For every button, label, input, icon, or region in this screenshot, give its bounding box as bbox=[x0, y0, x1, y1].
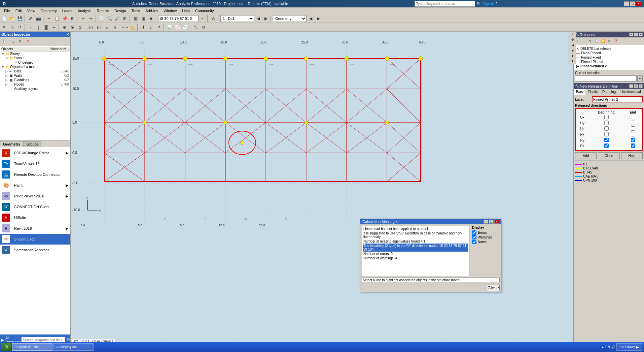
rt-btn1[interactable]: ↖ bbox=[569, 32, 576, 37]
tb2-result3[interactable]: 📉 bbox=[181, 24, 189, 31]
tab-damping[interactable]: Damping bbox=[600, 89, 618, 95]
tb-render2[interactable]: ▣ bbox=[140, 15, 147, 22]
menu-analysis[interactable]: Analysis bbox=[75, 8, 94, 13]
start-button[interactable]: ⊞ bbox=[1, 343, 11, 351]
tb-case-prev[interactable]: ◀ bbox=[254, 15, 262, 22]
help-icon[interactable]: ? bbox=[495, 2, 497, 6]
rt-btn5[interactable]: ⬆ bbox=[569, 53, 576, 59]
releases-close[interactable]: ✕ bbox=[639, 33, 643, 36]
tb2-bar[interactable]: | bbox=[35, 24, 42, 31]
release-item-delete[interactable]: ✕ DELETE bar release bbox=[575, 46, 643, 51]
uz-end-check[interactable] bbox=[631, 126, 635, 131]
tb2-dim[interactable]: ⟺ bbox=[121, 24, 129, 31]
tb-render3[interactable]: ■ bbox=[147, 15, 155, 22]
nr-maximize[interactable]: □ bbox=[634, 84, 638, 88]
tb-delete[interactable]: 🗑 bbox=[69, 15, 76, 22]
case-dropdown[interactable]: 1 : DL1 bbox=[220, 15, 254, 22]
tb-screenshot[interactable]: 📷 bbox=[35, 15, 42, 22]
number-field[interactable] bbox=[158, 15, 199, 22]
tree-item-storey[interactable]: ▼ 📁 Storey bbox=[1, 52, 70, 56]
help-button[interactable]: Help bbox=[621, 152, 643, 159]
tb2-move[interactable]: ✢ bbox=[8, 24, 16, 31]
tb-new[interactable]: 📄 bbox=[1, 15, 8, 22]
tb2-view1[interactable]: ◰ bbox=[87, 24, 95, 31]
release-item-pinned-pinned[interactable]: — Pinned-Pinned bbox=[575, 60, 643, 64]
rel-btn3[interactable]: ✎ bbox=[587, 38, 593, 44]
tb2-load3[interactable]: ↗ bbox=[155, 24, 163, 31]
menu-design[interactable]: Design bbox=[112, 8, 129, 13]
menu-window[interactable]: Window bbox=[161, 8, 179, 13]
tb-open[interactable]: 📂 bbox=[8, 15, 16, 22]
oi-btn2[interactable]: 🔍 bbox=[8, 38, 16, 45]
rx-end-check[interactable] bbox=[631, 132, 635, 136]
menu-view[interactable]: View bbox=[25, 8, 38, 13]
close-button[interactable]: Close bbox=[598, 152, 619, 159]
rt-btn6[interactable]: ⬇ bbox=[569, 59, 576, 64]
minimize-button[interactable]: ─ bbox=[624, 1, 629, 6]
release-item-fixed-pinned[interactable]: — Fixed-Pinned bbox=[575, 51, 643, 55]
tb-copy[interactable]: 📋 bbox=[53, 15, 61, 22]
close-button[interactable]: ✕ bbox=[636, 1, 641, 6]
prog-item-pdf[interactable]: X PDF-XChange Editor ▶ bbox=[0, 148, 70, 158]
tb-cut[interactable]: ✂ bbox=[45, 15, 53, 22]
prog-item-revitviewer[interactable]: RV Revit Viewer 2016 ▶ bbox=[0, 191, 70, 201]
tb-apply[interactable]: ✓ bbox=[199, 15, 206, 22]
tab-unidirectional[interactable]: Unidirectional bbox=[618, 89, 643, 95]
tb-zoom-out[interactable]: 🔎 bbox=[113, 15, 121, 22]
tb-geo-prev[interactable]: ◀ bbox=[307, 15, 314, 22]
tree-item-objects-model[interactable]: ▼ 📁 Objects of a model bbox=[1, 65, 70, 69]
prog-item-hisuite[interactable]: H HiSuite bbox=[0, 212, 70, 223]
menu-edit[interactable]: Edit bbox=[13, 8, 25, 13]
current-selection-dropdown[interactable]: ▼ bbox=[637, 75, 643, 82]
oi-btn4[interactable]: ❓ bbox=[24, 38, 31, 45]
uz-begin-check[interactable] bbox=[604, 126, 609, 131]
prog-item-screencast[interactable]: SC Screencast Recorder bbox=[0, 245, 70, 255]
tb2-load2[interactable]: ↙ bbox=[147, 24, 155, 31]
ux-end-check[interactable] bbox=[631, 115, 635, 119]
calc-msg-4[interactable]: The instability (2 type) in the RY direc… bbox=[363, 244, 468, 252]
calc-close-button[interactable]: ✕ bbox=[494, 220, 499, 224]
tree-item-walls[interactable]: ▷ ▦ Walls 0/2 bbox=[5, 73, 70, 78]
tb2-select[interactable]: ↖ bbox=[1, 24, 8, 31]
calc-msg-6[interactable]: Number of warnings: 4 bbox=[363, 256, 468, 260]
tree-item-bars[interactable]: ▷ ━ Bars 0/245 bbox=[5, 69, 70, 73]
tb-redo[interactable]: ↪ bbox=[87, 15, 95, 22]
prog-item-rdc[interactable]: 💻 Remote Desktop Connection bbox=[0, 169, 70, 180]
canvas-area[interactable]: 0.0 5.0 10.0 15.0 20.0 25.0 30.0 35.0 40… bbox=[71, 32, 573, 345]
tb-undo[interactable]: ↩ bbox=[79, 15, 87, 22]
tb2-snap2[interactable]: ⊗ bbox=[69, 24, 76, 31]
tb2-col[interactable]: ▓ bbox=[42, 24, 50, 31]
tb2-result2[interactable]: 📈 bbox=[174, 24, 181, 31]
tb2-rotate[interactable]: ↺ bbox=[16, 24, 24, 31]
calc-close-button-btn[interactable]: Close bbox=[487, 285, 500, 291]
menu-help[interactable]: Help bbox=[179, 8, 192, 13]
rel-btn2[interactable]: − bbox=[581, 38, 587, 44]
rt-btn4[interactable]: ▶ bbox=[569, 48, 576, 53]
tb2-measure[interactable]: 📐 bbox=[129, 24, 136, 31]
menu-loads[interactable]: Loads bbox=[60, 8, 75, 13]
menu-results[interactable]: Results bbox=[94, 8, 112, 13]
tb-print[interactable]: 🖨 bbox=[27, 15, 34, 22]
tb2-snap3[interactable]: ⊙ bbox=[76, 24, 84, 31]
prog-item-snipping[interactable]: ✂ Snipping Tool bbox=[0, 234, 70, 245]
tree-item-nodes[interactable]: ▷ · Nodes 8/788 bbox=[5, 82, 70, 87]
rel-btn5[interactable]: 🔀 bbox=[600, 38, 606, 44]
calc-msg-1[interactable]: Linear load has not been applied to a pa… bbox=[363, 227, 468, 231]
search-input[interactable] bbox=[415, 1, 475, 7]
tb-render1[interactable]: ▦ bbox=[132, 15, 139, 22]
rel-btn6[interactable]: ⚙ bbox=[606, 38, 612, 44]
label-input[interactable] bbox=[592, 96, 643, 102]
warnings-checkbox[interactable] bbox=[472, 235, 476, 239]
tree-item-story1[interactable]: ▼ 📁 Story 1 bbox=[5, 56, 70, 60]
object-inspector-close[interactable]: ✕ bbox=[66, 33, 69, 36]
releases-maximize[interactable]: □ bbox=[634, 33, 638, 36]
tree-item-undefined[interactable]: 📄 Undefined bbox=[9, 60, 70, 65]
tb-case-next[interactable]: ▶ bbox=[262, 15, 270, 22]
calc-msg-2[interactable]: It is suggested to use 'DSC algorithm' i… bbox=[363, 231, 468, 239]
notes-checkbox[interactable] bbox=[472, 240, 476, 244]
errors-checkbox[interactable] bbox=[472, 230, 476, 235]
menu-community[interactable]: Community bbox=[192, 8, 217, 13]
uy-begin-check[interactable] bbox=[604, 121, 609, 125]
rx-begin-check[interactable] bbox=[604, 132, 609, 136]
release-item-pinned-pinned2[interactable]: ▶ Pinned-Pinned 2 bbox=[575, 64, 643, 68]
